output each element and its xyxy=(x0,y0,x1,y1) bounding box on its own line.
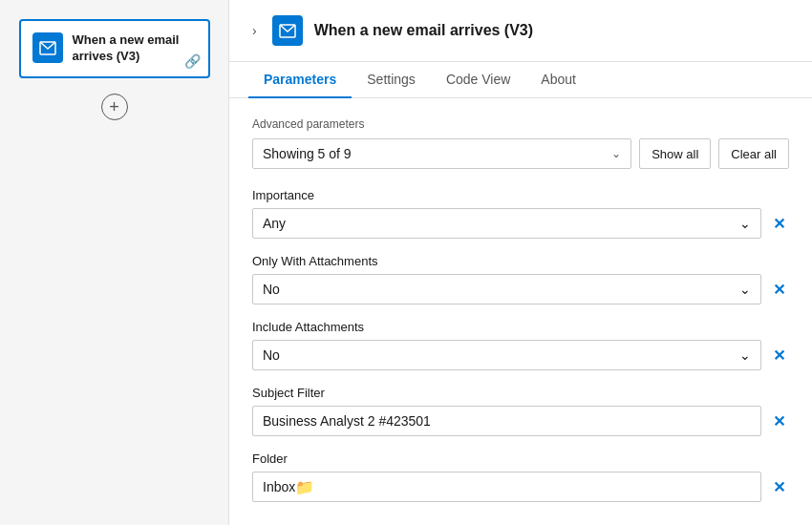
plus-icon: + xyxy=(109,98,119,116)
show-all-button[interactable]: Show all xyxy=(639,138,711,169)
clear-all-button[interactable]: Clear all xyxy=(718,138,789,169)
importance-group: Importance Any ⌄ ✕ xyxy=(252,188,789,239)
importance-dropdown[interactable]: Any ⌄ xyxy=(252,208,761,239)
include-attachments-label: Include Attachments xyxy=(252,320,789,334)
chevron-down-icon: ⌄ xyxy=(739,282,751,297)
include-attachments-dropdown[interactable]: No ⌄ xyxy=(252,340,761,370)
folder-close-button[interactable]: ✕ xyxy=(769,476,789,498)
subject-filter-value: Business Analyst 2 #423501 xyxy=(263,413,431,429)
include-attachments-value: No xyxy=(263,347,280,363)
main-panel: › When a new email arrives (V3) Paramete… xyxy=(229,0,812,525)
subject-filter-group: Subject Filter Business Analyst 2 #42350… xyxy=(252,386,789,436)
showing-value: Showing 5 of 9 xyxy=(263,146,352,161)
panel-header: › When a new email arrives (V3) xyxy=(229,0,812,62)
only-with-attachments-value: No xyxy=(263,282,280,297)
importance-row: Any ⌄ ✕ xyxy=(252,208,789,239)
tabs-bar: Parameters Settings Code View About xyxy=(229,62,812,98)
showing-dropdown[interactable]: Showing 5 of 9 ⌄ xyxy=(252,138,631,169)
advanced-params-label: Advanced parameters xyxy=(252,117,789,131)
folder-browse-icon[interactable]: 📁 xyxy=(295,478,314,496)
panel-title: When a new email arrives (V3) xyxy=(314,22,533,39)
tab-settings[interactable]: Settings xyxy=(352,62,431,98)
importance-close-button[interactable]: ✕ xyxy=(769,213,789,235)
subject-filter-label: Subject Filter xyxy=(252,386,789,400)
subject-filter-close-button[interactable]: ✕ xyxy=(769,410,789,432)
only-with-attachments-row: No ⌄ ✕ xyxy=(252,274,789,304)
chevron-down-icon: ⌄ xyxy=(739,347,751,363)
folder-label: Folder xyxy=(252,452,789,466)
tab-about[interactable]: About xyxy=(525,62,591,98)
importance-label: Importance xyxy=(252,188,789,202)
content-area: Advanced parameters Showing 5 of 9 ⌄ Sho… xyxy=(229,98,812,525)
folder-group: Folder Inbox 📁 ✕ xyxy=(252,452,789,502)
subject-filter-row: Business Analyst 2 #423501 ✕ xyxy=(252,406,789,436)
header-icon xyxy=(272,15,303,46)
only-with-attachments-label: Only With Attachments xyxy=(252,254,789,268)
only-with-attachments-group: Only With Attachments No ⌄ ✕ xyxy=(252,254,789,304)
include-attachments-group: Include Attachments No ⌄ ✕ xyxy=(252,320,789,370)
folder-input[interactable]: Inbox 📁 xyxy=(252,472,761,502)
sidebar: When a new email arrives (V3) 🔗 + xyxy=(0,0,229,525)
chevron-down-icon: ⌄ xyxy=(739,216,751,231)
chevron-down-icon: ⌄ xyxy=(611,147,621,160)
collapse-button[interactable]: › xyxy=(248,21,261,40)
tab-parameters[interactable]: Parameters xyxy=(248,62,352,98)
advanced-params-row: Showing 5 of 9 ⌄ Show all Clear all xyxy=(252,138,789,169)
folder-value: Inbox xyxy=(263,479,295,494)
trigger-card[interactable]: When a new email arrives (V3) 🔗 xyxy=(19,19,210,78)
folder-row: Inbox 📁 ✕ xyxy=(252,472,789,502)
add-step-button[interactable]: + xyxy=(101,94,128,120)
only-with-attachments-dropdown[interactable]: No ⌄ xyxy=(252,274,761,304)
importance-value: Any xyxy=(263,216,286,231)
tab-code-view[interactable]: Code View xyxy=(431,62,525,98)
subject-filter-input[interactable]: Business Analyst 2 #423501 xyxy=(252,406,761,436)
link-icon: 🔗 xyxy=(184,53,201,69)
include-attachments-row: No ⌄ ✕ xyxy=(252,340,789,370)
only-with-attachments-close-button[interactable]: ✕ xyxy=(769,279,789,301)
trigger-icon xyxy=(32,32,63,63)
trigger-label: When a new email arrives (V3) xyxy=(73,32,197,65)
include-attachments-close-button[interactable]: ✕ xyxy=(769,345,789,367)
